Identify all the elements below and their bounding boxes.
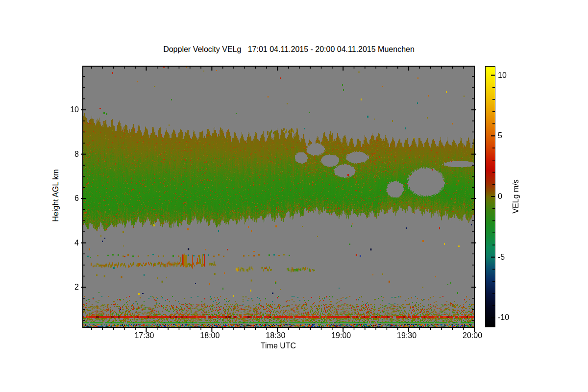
y-tick-label: 6	[58, 194, 79, 203]
chart-title: Doppler Velocity VELg 17:01 04.11.2015 -…	[83, 45, 495, 54]
x-tick-label: 20:00	[463, 331, 482, 340]
colorbar-tick-label: -5	[498, 253, 505, 262]
colorbar-tick-label: -10	[498, 313, 509, 322]
x-tick-label: 18:30	[266, 331, 285, 340]
y-tick-label: 4	[58, 239, 79, 247]
x-axis-title: Time UTC	[205, 342, 352, 350]
doppler-velocity-quicklook: Doppler Velocity VELg 17:01 04.11.2015 -…	[0, 0, 588, 392]
colorbar-title: VELg m/s	[512, 179, 520, 213]
y-tick-label: 10	[58, 105, 79, 114]
x-tick-label: 17:30	[134, 331, 154, 340]
y-tick-label: 8	[58, 150, 79, 159]
colorbar-tick-label: 5	[498, 131, 502, 140]
x-tick-label: 19:00	[331, 331, 351, 340]
x-tick-label: 18:00	[200, 331, 220, 340]
colorbar-gradient	[485, 66, 495, 327]
colorbar-tick-label: 0	[498, 192, 502, 201]
y-tick-label: 2	[58, 283, 79, 292]
velocity-heatmap	[83, 66, 474, 327]
x-tick-label: 19:30	[397, 331, 416, 340]
colorbar-tick-label: 10	[498, 71, 507, 80]
